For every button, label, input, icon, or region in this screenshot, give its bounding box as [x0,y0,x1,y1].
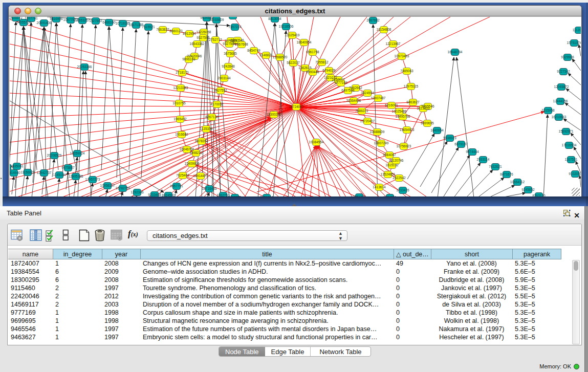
svg-text:9463627: 9463627 [406,100,420,104]
svg-text:16154808: 16154808 [377,28,391,31]
svg-text:20691406: 20691406 [37,21,52,25]
svg-text:9465546: 9465546 [421,104,434,108]
svg-text:1527602: 1527602 [89,19,102,23]
svg-text:13325419: 13325419 [285,33,300,37]
svg-text:12975115: 12975115 [404,84,419,88]
svg-text:13524851: 13524851 [381,172,396,176]
svg-text:8678352: 8678352 [195,139,208,143]
svg-text:13495798: 13495798 [396,115,410,118]
svg-text:16782759: 16782759 [116,186,130,190]
svg-text:12213383: 12213383 [173,86,188,90]
svg-text:10756923: 10756923 [397,144,411,148]
svg-text:1292346: 1292346 [130,190,144,194]
svg-text:16033809: 16033809 [209,18,224,21]
svg-text:16648784: 16648784 [448,50,463,54]
svg-text:1145194: 1145194 [53,173,66,177]
svg-text:20053346: 20053346 [77,65,92,69]
svg-text:1897741: 1897741 [25,17,38,20]
svg-text:3215958: 3215958 [541,108,555,112]
svg-text:19384554: 19384554 [309,140,324,144]
svg-text:5938923: 5938923 [443,136,456,140]
svg-text:2087682: 2087682 [366,18,380,22]
svg-text:9245652: 9245652 [521,188,535,191]
svg-text:12213967: 12213967 [386,42,401,46]
svg-text:7886372: 7886372 [355,109,368,113]
svg-text:2005572: 2005572 [10,17,23,19]
svg-text:19218506: 19218506 [279,25,294,28]
svg-text:3675685: 3675685 [224,52,237,55]
svg-text:9102058: 9102058 [569,172,581,176]
svg-text:18807249: 18807249 [374,141,389,145]
svg-text:10653267: 10653267 [75,18,90,22]
svg-text:9327506: 9327506 [197,36,210,39]
svg-text:10973493: 10973493 [395,54,409,58]
svg-text:7485063: 7485063 [400,69,413,73]
svg-text:16914479: 16914479 [193,174,208,178]
svg-text:7515521: 7515521 [142,25,155,29]
svg-text:16543382: 16543382 [190,42,205,46]
svg-text:7625402: 7625402 [176,173,189,177]
svg-text:12905185: 12905185 [69,174,83,178]
svg-text:5460546: 5460546 [231,38,244,42]
svg-text:16046766: 16046766 [180,147,194,151]
svg-text:10654112: 10654112 [510,180,525,184]
svg-text:17957273: 17957273 [85,178,100,181]
svg-text:2522542: 2522542 [393,176,406,180]
svg-text:13226058: 13226058 [197,30,211,34]
svg-text:1167531: 1167531 [565,158,578,161]
svg-text:13588520: 13588520 [273,55,288,59]
svg-text:17359924: 17359924 [70,151,85,155]
svg-text:9146821: 9146821 [259,53,273,57]
svg-text:1112075: 1112075 [573,28,581,32]
svg-text:4170052: 4170052 [210,102,224,106]
svg-text:7462662: 7462662 [349,86,362,90]
svg-text:1965492: 1965492 [173,117,187,121]
svg-text:13654923: 13654923 [400,128,415,132]
svg-text:12093872: 12093872 [554,85,569,89]
svg-text:2933114: 2933114 [477,158,490,161]
svg-text:9329966: 9329966 [561,55,574,59]
svg-text:8427552: 8427552 [214,89,227,92]
svg-text:8471676: 8471676 [500,172,513,176]
svg-text:10025488: 10025488 [392,110,407,113]
svg-text:6879197: 6879197 [454,142,468,146]
svg-text:9416906: 9416906 [50,17,63,20]
svg-text:8660123: 8660123 [169,29,183,33]
svg-text:10719185: 10719185 [116,21,130,25]
svg-text:5822037: 5822037 [287,61,300,64]
svg-text:15409934: 15409934 [185,162,200,165]
svg-text:10807487: 10807487 [371,96,386,100]
svg-text:15720407: 15720407 [360,119,375,123]
svg-text:9474444: 9474444 [466,150,479,154]
svg-text:3914940: 3914940 [10,171,20,174]
svg-text:3824554: 3824554 [361,91,374,95]
svg-text:8990448: 8990448 [306,70,319,74]
svg-text:1916682: 1916682 [175,133,188,136]
svg-text:6466160: 6466160 [102,20,116,24]
svg-text:6899695: 6899695 [421,121,434,125]
svg-text:9975887: 9975887 [61,166,75,169]
svg-text:16120746: 16120746 [389,159,404,162]
svg-text:15751074: 15751074 [567,41,581,45]
svg-text:6794028: 6794028 [322,69,336,72]
svg-text:1362615: 1362615 [298,66,312,70]
svg-text:2718170: 2718170 [176,71,189,74]
svg-text:18724007: 18724007 [289,105,304,108]
svg-text:8454749: 8454749 [247,49,260,52]
svg-text:1733426: 1733426 [396,188,409,192]
svg-text:16210643: 16210643 [552,115,567,119]
svg-text:7955812: 7955812 [315,60,329,64]
svg-text:9777169: 9777169 [334,81,347,84]
svg-text:1135359: 1135359 [200,127,213,130]
svg-text:18640954: 18640954 [297,40,312,44]
svg-text:14055724: 14055724 [16,20,31,24]
svg-text:8912954: 8912954 [183,32,196,35]
svg-text:9896103: 9896103 [182,57,195,61]
svg-text:9233468: 9233468 [148,193,161,196]
svg-text:9857791: 9857791 [170,184,183,188]
svg-text:7357224: 7357224 [228,25,242,29]
svg-text:15692971: 15692971 [559,129,574,133]
svg-text:9084067: 9084067 [383,153,396,157]
svg-text:12444156: 12444156 [553,99,568,103]
svg-text:17016504: 17016504 [562,143,577,147]
